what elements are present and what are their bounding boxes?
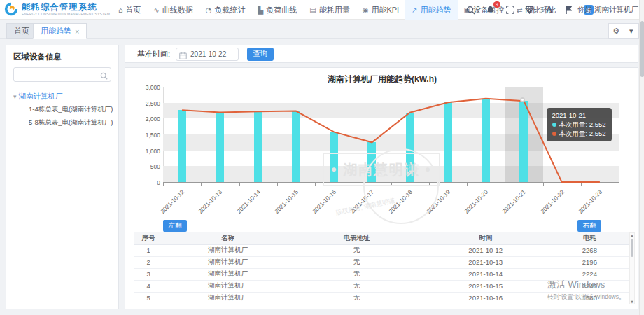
line-point-marker (520, 97, 525, 102)
y-tick-label: 2,000 (132, 115, 160, 122)
app-title: 能耗综合管理系统 (22, 3, 110, 12)
tab-bar: 首页 用能趋势 × ⚙ ▾ (0, 20, 644, 39)
calendar-icon (179, 50, 187, 62)
tree-expand-icon[interactable]: ▾ (13, 93, 17, 100)
x-tick (543, 183, 544, 186)
table-row[interactable]: 2湖南计算机厂无2021-10-132196 (134, 256, 629, 268)
language-flag-icon[interactable] (564, 5, 574, 15)
series-dot-icon (552, 122, 556, 127)
x-tick-label: 2021-10-12 (151, 188, 186, 223)
device-search-input[interactable] (13, 67, 111, 82)
nav-item-energy-usage[interactable]: ▤能耗用量 (303, 0, 356, 20)
y-tick-label: 500 (132, 163, 160, 170)
table-scrollbar[interactable]: ▲ ▼ (629, 232, 635, 304)
x-tick-label: 2021-10-14 (227, 188, 261, 223)
x-tick-label: 2021-10-13 (189, 188, 223, 223)
date-picker (176, 47, 239, 61)
home-icon: ⌂ (118, 6, 122, 14)
meter-data-table: 序号名称电表地址时间电耗 1湖南计算机厂无2021-10-1222682湖南计算… (134, 232, 629, 304)
tree-node-meter[interactable]: 5-8栋总表_电(湖南计算机厂) (10, 116, 114, 130)
x-tick (429, 183, 430, 186)
curve-data-icon: ∿ (153, 6, 159, 14)
load-stats-icon: ◔ (206, 6, 212, 14)
chart-title: 湖南计算机厂用能趋势(kW.h) (125, 74, 639, 85)
x-tick (505, 183, 505, 186)
x-tick-label: 2021-10-17 (341, 188, 375, 223)
x-tick-label: 2021-10-23 (568, 188, 603, 223)
tree-node-factory[interactable]: ▾ 湖南计算机厂 (10, 90, 114, 103)
search-icon[interactable] (465, 5, 476, 15)
y-tick-label: 0 (132, 179, 160, 186)
table-header-cell: 序号 (134, 232, 163, 244)
x-tick-label: 2021-10-15 (265, 188, 299, 223)
x-tick (163, 183, 164, 186)
table-row[interactable]: 5湖南计算机厂无2021-10-161580 (134, 292, 629, 304)
device-tree: ▾ 湖南计算机厂 1-4栋总表_电(湖南计算机厂)5-8栋总表_电(湖南计算机厂… (10, 90, 114, 130)
table-row[interactable]: 3湖南计算机厂无2021-10-142224 (134, 268, 629, 280)
device-sidebar: 区域设备信息 ▾ 湖南计算机厂 1-4栋总表_电(湖南计算机厂)5-8栋总表_电… (6, 45, 119, 309)
chart-table-panel: 湖南计算机厂用能趋势(kW.h) 3,0002,5002,0001,5001,0… (125, 67, 638, 309)
page-right-button[interactable]: 右翻 (578, 220, 601, 232)
x-tick (353, 183, 354, 186)
table-header-cell: 名称 (163, 232, 292, 244)
topbar-icons: 9 A ▦ (465, 0, 594, 20)
x-tick-label: 2021-10-16 (303, 188, 337, 223)
x-tick-label: 2021-10-21 (493, 188, 527, 223)
query-button[interactable]: 查询 (247, 48, 274, 61)
chevron-down-icon[interactable]: ▾ (624, 24, 639, 38)
scrollbar-thumb[interactable] (631, 239, 634, 257)
table-header-cell: 电表地址 (293, 232, 421, 244)
nav-item-trend[interactable]: ↗用能趋势 (405, 0, 457, 20)
scroll-down-icon[interactable]: ▼ (630, 300, 634, 304)
nav-item-load-stats[interactable]: ◔负载统计 (200, 0, 252, 20)
x-tick (239, 183, 240, 186)
table-row[interactable]: 4湖南计算机厂无2021-10-152240 (134, 280, 629, 292)
tooltip-row: 本次用量: 2,552 (552, 120, 606, 129)
table-row[interactable]: 1湖南计算机厂无2021-10-122268 (134, 244, 629, 256)
x-tick-label: 2021-10-22 (531, 188, 565, 223)
y-tick-label: 2,500 (132, 100, 160, 107)
gear-icon[interactable]: ⚙ (609, 24, 624, 38)
app-window: 能耗综合管理系统 ENERGY CONSUMPTION MANAGEMENT S… (0, 0, 644, 315)
tab-tools: ⚙ ▾ (608, 23, 639, 39)
tooltip-row: 本次用量: 2,552 (552, 129, 606, 138)
kpi-icon: ◉ (363, 6, 369, 14)
top-navbar: 能耗综合管理系统 ENERGY CONSUMPTION MANAGEMENT S… (0, 0, 644, 20)
nav-item-curve-data[interactable]: ∿曲线数据 (147, 0, 199, 20)
x-tick (581, 183, 582, 186)
theme-gem-icon[interactable] (524, 5, 535, 15)
series-dot-icon (552, 132, 556, 136)
user-greeting[interactable]: 你好 湖南计算机厂 (578, 0, 638, 20)
y-tick-label: 1,000 (132, 148, 160, 155)
x-tick-label: 2021-10-19 (416, 188, 451, 223)
scroll-up-icon[interactable]: ▲ (630, 233, 634, 237)
nav-item-home[interactable]: ⌂首页 (112, 0, 147, 20)
x-tick (391, 183, 392, 186)
load-curve-icon: ▙ (258, 6, 263, 14)
notification-badge: 9 (493, 1, 500, 8)
x-tick (201, 183, 202, 186)
page-left-button[interactable]: 左翻 (163, 220, 187, 232)
app-logo: 能耗综合管理系统 ENERGY CONSUMPTION MANAGEMENT S… (4, 1, 110, 17)
tooltip-date: 2021-10-21 (552, 111, 606, 120)
page-scrollbar-thumb[interactable] (640, 21, 644, 77)
nav-item-load-curve[interactable]: ▙负荷曲线 (251, 0, 303, 20)
sidebar-title: 区域设备信息 (13, 52, 111, 62)
x-tick (467, 183, 468, 186)
table-header-cell: 电耗 (550, 232, 629, 244)
tab-energy-trend[interactable]: 用能趋势 × (33, 23, 87, 39)
nav-item-kpi[interactable]: ◉用能KPI (356, 0, 405, 20)
notification-bell-icon[interactable]: 9 (485, 5, 496, 15)
tree-node-meter[interactable]: 1-4栋总表_电(湖南计算机厂) (10, 103, 114, 116)
fullscreen-icon[interactable] (505, 5, 515, 15)
x-tick (619, 183, 620, 186)
font-size-icon[interactable]: A (544, 5, 554, 15)
table-header-row: 序号名称电表地址时间电耗 (134, 232, 629, 244)
page-scrollbar[interactable] (639, 0, 644, 315)
chart-plot-area: 2021-10-21 本次用量: 2,552本次用量: 2,552 (163, 87, 619, 182)
tab-close-icon[interactable]: × (75, 28, 79, 35)
search-icon (100, 70, 108, 83)
x-tick (277, 183, 278, 186)
energy-usage-icon: ▤ (309, 6, 316, 14)
y-tick-label: 1,500 (132, 132, 160, 139)
